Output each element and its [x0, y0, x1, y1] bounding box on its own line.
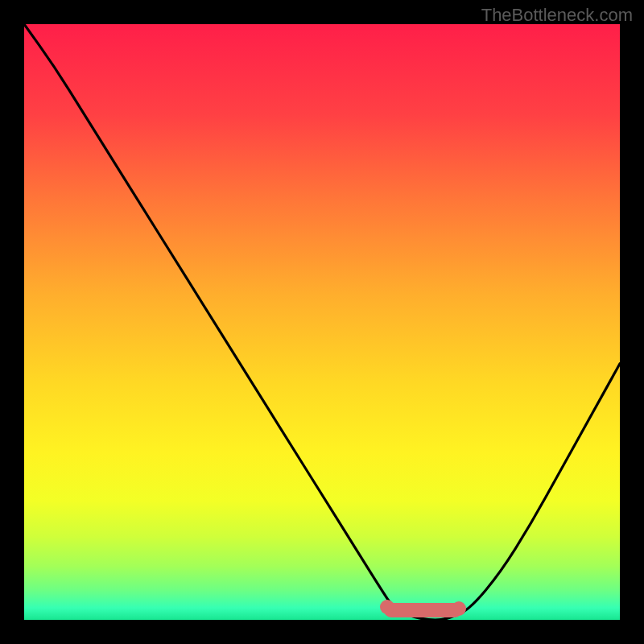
plot-area [24, 24, 620, 620]
attribution-text: TheBottleneck.com [481, 5, 633, 26]
bottleneck-curve [24, 24, 620, 620]
optimal-range-highlight [384, 603, 462, 617]
